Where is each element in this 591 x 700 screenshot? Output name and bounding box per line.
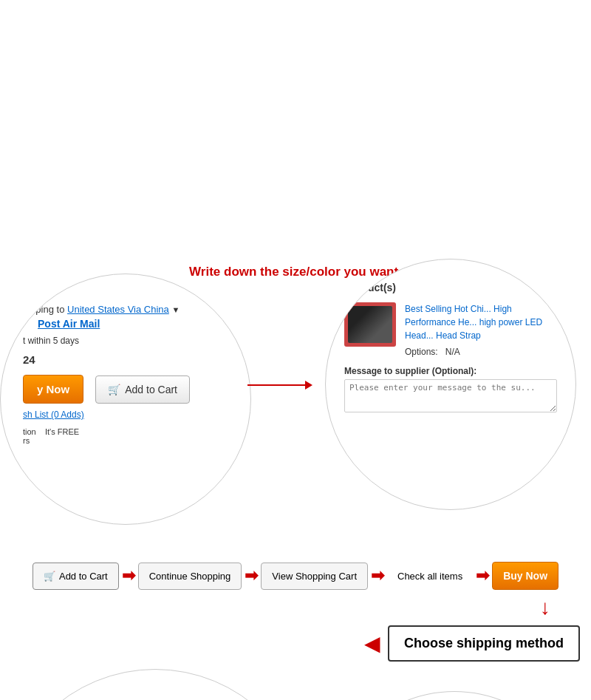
dropdown-icon[interactable]: ▼ [171, 305, 180, 314]
buy-now-button[interactable]: y Now [23, 375, 83, 404]
flow-view-cart-button[interactable]: View Shopping Cart [261, 563, 368, 590]
choose-shipping-section: ◀ Choose shipping method [0, 618, 591, 665]
shipping-prefix-text: hipping to [23, 304, 64, 315]
products-label: Product(s) [344, 282, 557, 293]
bottom-right-circle: United States Shipping Method Shipping E… [318, 691, 591, 700]
connector-arrow [247, 384, 307, 386]
flow-buy-now-button[interactable]: Buy Now [492, 562, 558, 590]
flow-cart-icon: 🛒 [44, 571, 55, 582]
flow-arrow-1: ➡ [122, 566, 135, 585]
bottom-section: ▶EMS® ✈ Or China Post Air Mail ✈ shippin… [0, 669, 591, 700]
flow-buy-now-label: Buy Now [503, 570, 547, 582]
flow-add-cart-label: Add to Cart [59, 571, 108, 582]
dispatch-text: t within 5 days [23, 336, 228, 346]
shipping-link[interactable]: United States Via China [67, 304, 169, 315]
flow-add-cart-button[interactable]: 🛒 Add to Cart [33, 563, 119, 590]
flow-continue-label: Continue Shopping [149, 571, 231, 582]
protection-label: tion [23, 427, 36, 436]
flow-arrow-4: ➡ [476, 566, 489, 585]
cart-icon-left: 🛒 [108, 384, 120, 395]
add-cart-label-left: Add to Cart [125, 384, 177, 395]
flow-section: 🛒 Add to Cart ➡ Continue Shopping ➡ View… [0, 551, 591, 601]
flow-check-label: Check all items [397, 571, 462, 582]
shipping-prefix: hipping to United States Via China ▼ [23, 304, 228, 315]
left-arrow-icon: ◀ [364, 631, 380, 656]
post-air-mail-link[interactable]: Post Air Mail [38, 318, 228, 330]
options-row: Options: N/A [405, 347, 557, 357]
flow-continue-shopping-button[interactable]: Continue Shopping [138, 563, 242, 590]
bottom-left-circle: ▶EMS® ✈ Or China Post Air Mail ✈ shippin… [0, 669, 310, 700]
options-label: Options: [405, 347, 438, 357]
flow-check-items: Check all items [387, 563, 473, 589]
msg-label: Message to supplier (Optional): [344, 366, 557, 376]
product-image [344, 302, 396, 347]
flow-view-cart-label: View Shopping Cart [272, 571, 357, 582]
product-name: Best Selling Hot Chi... High Performance… [405, 302, 557, 342]
wishlist-link[interactable]: sh List (0 Adds) [23, 410, 228, 420]
flow-arrow-3: ➡ [371, 566, 384, 585]
protection-value: It's FREE [45, 427, 79, 436]
message-input[interactable] [344, 379, 557, 412]
product-row: Best Selling Hot Chi... High Performance… [344, 302, 557, 357]
protection-years: rs [23, 436, 30, 445]
protection-row: tion It's FREE rs [23, 427, 228, 445]
right-circle: Product(s) Best Selling Hot Chi... High … [325, 259, 576, 510]
down-arrow-icon: ↓ [540, 597, 550, 618]
choose-shipping-label: Choose shipping method [404, 636, 564, 650]
price-text: 24 [23, 353, 228, 366]
shipping-options: ▶EMS® ✈ Or China Post Air Mail ✈ [1, 670, 310, 700]
left-circle: hipping to United States Via China ▼ Pos… [0, 273, 251, 525]
down-arrow-section: ↓ [0, 597, 591, 618]
options-value: N/A [445, 347, 460, 357]
choose-shipping-box: Choose shipping method [388, 625, 580, 662]
add-to-cart-button-left[interactable]: 🛒 Add to Cart [95, 376, 190, 404]
flow-arrow-2: ➡ [245, 566, 258, 585]
